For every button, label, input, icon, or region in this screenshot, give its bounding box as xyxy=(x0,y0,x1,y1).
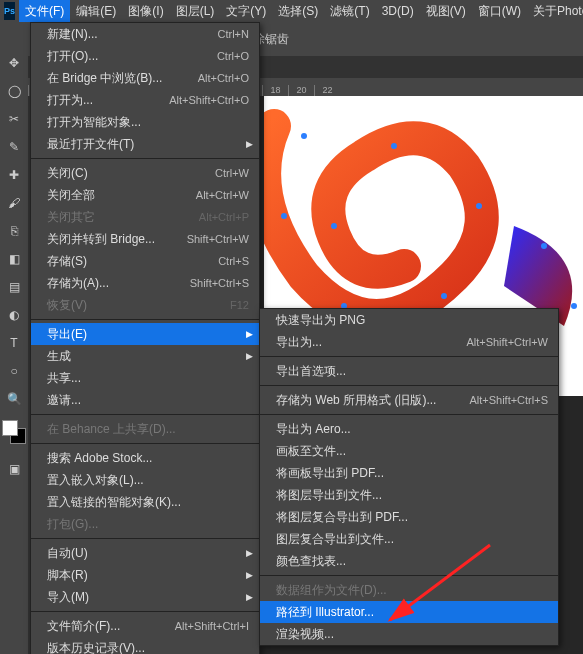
menu-item[interactable]: 快速导出为 PNG xyxy=(260,309,558,331)
eyedrop-tool[interactable]: ✎ xyxy=(3,136,25,158)
svg-point-3 xyxy=(441,293,447,299)
menu-image[interactable]: 图像(I) xyxy=(122,0,169,23)
menu-item[interactable]: 新建(N)...Ctrl+N xyxy=(31,23,259,45)
menu-item[interactable]: 关闭全部Alt+Ctrl+W xyxy=(31,184,259,206)
menu-item[interactable]: 脚本(R)▶ xyxy=(31,564,259,586)
menu-view[interactable]: 视图(V) xyxy=(420,0,472,23)
menu-item[interactable]: 版本历史记录(V)... xyxy=(31,637,259,654)
fg-color-swatch[interactable] xyxy=(2,420,18,436)
menu-item[interactable]: 最近打开文件(T)▶ xyxy=(31,133,259,155)
menu-item[interactable]: 颜色查找表... xyxy=(260,550,558,572)
menu-item[interactable]: 存储为(A)...Shift+Ctrl+S xyxy=(31,272,259,294)
zoom-tool[interactable]: 🔍 xyxy=(3,388,25,410)
menu-item: 关闭其它Alt+Ctrl+P xyxy=(31,206,259,228)
menu-item[interactable]: 关闭(C)Ctrl+W xyxy=(31,162,259,184)
menu-layer[interactable]: 图层(L) xyxy=(170,0,221,23)
menu-item[interactable]: 打开为智能对象... xyxy=(31,111,259,133)
menu-file[interactable]: 文件(F) xyxy=(19,0,70,23)
menu-item[interactable]: 渲染视频... xyxy=(260,623,558,645)
menu-item: 数据组作为文件(D)... xyxy=(260,579,558,601)
menu-item[interactable]: 存储(S)Ctrl+S xyxy=(31,250,259,272)
brush-tool[interactable]: 🖌 xyxy=(3,192,25,214)
menu-item[interactable]: 导入(M)▶ xyxy=(31,586,259,608)
menu-item[interactable]: 将图层导出到文件... xyxy=(260,484,558,506)
menu-item[interactable]: 将画板导出到 PDF... xyxy=(260,462,558,484)
svg-point-5 xyxy=(391,143,397,149)
svg-point-4 xyxy=(476,203,482,209)
menu-3d[interactable]: 3D(D) xyxy=(376,1,420,21)
dodge-tool[interactable]: ◐ xyxy=(3,304,25,326)
menu-item[interactable]: 存储为 Web 所用格式 (旧版)...Alt+Shift+Ctrl+S xyxy=(260,389,558,411)
menu-item: 打包(G)... xyxy=(31,513,259,535)
clone-tool[interactable]: ⎘ xyxy=(3,220,25,242)
menu-item[interactable]: 路径到 Illustrator... xyxy=(260,601,558,623)
menu-item[interactable]: 自动(U)▶ xyxy=(31,542,259,564)
svg-point-0 xyxy=(301,133,307,139)
menu-item[interactable]: 图层复合导出到文件... xyxy=(260,528,558,550)
menu-item[interactable]: 共享... xyxy=(31,367,259,389)
menu-item[interactable]: 导出首选项... xyxy=(260,360,558,382)
menu-item[interactable]: 在 Bridge 中浏览(B)...Alt+Ctrl+O xyxy=(31,67,259,89)
eraser-tool[interactable]: ◧ xyxy=(3,248,25,270)
menu-filter[interactable]: 滤镜(T) xyxy=(324,0,375,23)
menu-item[interactable]: 置入链接的智能对象(K)... xyxy=(31,491,259,513)
svg-point-6 xyxy=(331,223,337,229)
photoshop-icon: Ps xyxy=(4,2,15,20)
menu-item[interactable]: 生成▶ xyxy=(31,345,259,367)
svg-point-8 xyxy=(571,303,577,309)
quickmask-tool[interactable]: ▣ xyxy=(3,458,25,480)
color-swatches[interactable] xyxy=(2,420,26,444)
menu-edit[interactable]: 编辑(E) xyxy=(70,0,122,23)
menu-item[interactable]: 导出(E)▶ xyxy=(31,323,259,345)
menu-window[interactable]: 窗口(W) xyxy=(472,0,527,23)
menu-item[interactable]: 画板至文件... xyxy=(260,440,558,462)
menu-item[interactable]: 打开(O)...Ctrl+O xyxy=(31,45,259,67)
menu-item[interactable]: 导出为 Aero... xyxy=(260,418,558,440)
svg-point-7 xyxy=(541,243,547,249)
menu-item[interactable]: 关闭并转到 Bridge...Shift+Ctrl+W xyxy=(31,228,259,250)
export-submenu: 快速导出为 PNG导出为...Alt+Shift+Ctrl+W导出首选项...存… xyxy=(259,308,559,646)
tool-panel: ✥ ◯ ✂ ✎ ✚ 🖌 ⎘ ◧ ▤ ◐ T ○ 🔍 ▣ xyxy=(0,22,28,654)
menu-type[interactable]: 文字(Y) xyxy=(220,0,272,23)
svg-point-1 xyxy=(281,213,287,219)
menu-item: 恢复(V)F12 xyxy=(31,294,259,316)
menu-item[interactable]: 将图层复合导出到 PDF... xyxy=(260,506,558,528)
menu-item[interactable]: 导出为...Alt+Shift+Ctrl+W xyxy=(260,331,558,353)
menu-item[interactable]: 搜索 Adobe Stock... xyxy=(31,447,259,469)
lasso-tool[interactable]: ◯ xyxy=(3,80,25,102)
move-tool[interactable]: ✥ xyxy=(3,52,25,74)
crop-tool[interactable]: ✂ xyxy=(3,108,25,130)
menu-item[interactable]: 置入嵌入对象(L)... xyxy=(31,469,259,491)
gradient-tool[interactable]: ▤ xyxy=(3,276,25,298)
menubar: Ps 文件(F) 编辑(E) 图像(I) 图层(L) 文字(Y) 选择(S) 滤… xyxy=(0,0,583,22)
type-tool[interactable]: T xyxy=(3,332,25,354)
file-menu-dropdown: 新建(N)...Ctrl+N打开(O)...Ctrl+O在 Bridge 中浏览… xyxy=(30,22,260,654)
menu-item: 在 Behance 上共享(D)... xyxy=(31,418,259,440)
heal-tool[interactable]: ✚ xyxy=(3,164,25,186)
menu-item[interactable]: 打开为...Alt+Shift+Ctrl+O xyxy=(31,89,259,111)
menu-about[interactable]: 关于Photos xyxy=(527,0,583,23)
menu-item[interactable]: 文件简介(F)...Alt+Shift+Ctrl+I xyxy=(31,615,259,637)
shape-tool[interactable]: ○ xyxy=(3,360,25,382)
menu-select[interactable]: 选择(S) xyxy=(272,0,324,23)
menu-item[interactable]: 邀请... xyxy=(31,389,259,411)
